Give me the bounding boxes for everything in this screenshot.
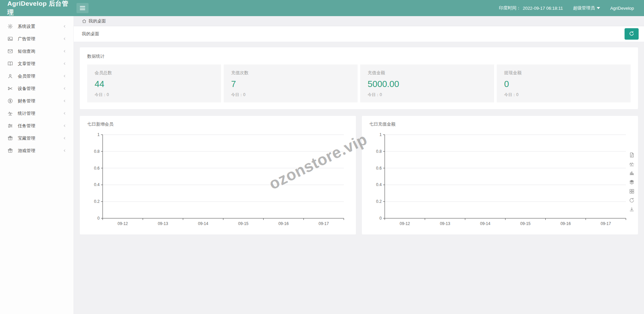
tasks-icon [7, 123, 13, 129]
line-switch-icon[interactable] [629, 161, 635, 167]
chart-card-new-members: 七日新增会员 00.20.40.60.8109-1209-1309-1409-1… [80, 116, 356, 234]
svg-text:0.6: 0.6 [94, 166, 100, 171]
chart-toolbox [629, 152, 635, 212]
svg-text:0.8: 0.8 [94, 149, 100, 154]
book-icon [7, 61, 13, 66]
bar-switch-icon[interactable] [629, 170, 635, 176]
svg-text:09-17: 09-17 [601, 221, 611, 226]
refresh-button[interactable] [625, 28, 639, 40]
tab-bar: 我的桌面 [74, 16, 644, 26]
username-link[interactable]: AgriDevelop [610, 6, 634, 11]
tiled-icon[interactable] [629, 188, 635, 194]
svg-text:1: 1 [97, 132, 100, 137]
sidebar-item-label: 统计管理 [18, 110, 62, 117]
sidebar-item-label: 财务管理 [18, 98, 62, 104]
svg-text:09-14: 09-14 [480, 221, 490, 226]
top-header: AgriDevelop 后台管理 印度时间：2022-09-17 06:18:1… [0, 0, 644, 16]
stats-section: 数据统计 会员总数 44 今日：0 充值次数 7 今日：0 充值金额 5000. [80, 47, 638, 109]
stat-value: 7 [231, 79, 350, 89]
sidebar-item-finance-management[interactable]: 财务管理 [0, 95, 73, 107]
stat-value: 44 [95, 79, 214, 89]
chevron-left-icon [62, 37, 67, 41]
role-dropdown[interactable]: 超级管理员 [573, 5, 600, 11]
sidebar-item-label: 游戏管理 [18, 148, 62, 154]
svg-text:0.4: 0.4 [376, 182, 382, 187]
sidebar-item-article-management[interactable]: 文章管理 [0, 57, 73, 70]
sidebar-item-sms-query[interactable]: 短信查询 [0, 45, 73, 57]
chevron-left-icon [62, 74, 67, 78]
svg-text:0: 0 [379, 216, 382, 221]
svg-text:0.2: 0.2 [376, 199, 382, 204]
chevron-left-icon [62, 99, 67, 103]
chart-card-recharge-amount: 七日充值金额 00.20.40.60.8109-1209-1309-1409-1… [362, 116, 638, 234]
stack-icon[interactable] [629, 179, 635, 185]
chevron-down-icon [597, 7, 600, 9]
svg-text:0.2: 0.2 [94, 199, 100, 204]
svg-text:09-13: 09-13 [158, 221, 168, 226]
stat-today: 今日：0 [368, 92, 487, 98]
stat-value: 5000.00 [368, 79, 487, 89]
role-label: 超级管理员 [573, 5, 595, 11]
server-time-value: 2022-09-17 06:18:11 [523, 6, 563, 11]
svg-text:09-17: 09-17 [319, 221, 329, 226]
sidebar-item-treasure-management[interactable]: 宝藏管理 [0, 132, 73, 144]
chevron-left-icon [62, 124, 67, 128]
treasure-icon [7, 135, 13, 141]
stat-label: 充值次数 [231, 70, 350, 76]
sidebar-item-system-settings[interactable]: 系统设置 [0, 20, 73, 33]
svg-text:0.8: 0.8 [376, 149, 382, 154]
sidebar-item-stats-management[interactable]: 统计管理 [0, 107, 73, 120]
chart-recharge-amount: 00.20.40.60.8109-1209-1309-1409-1509-160… [369, 131, 631, 230]
chevron-left-icon [62, 61, 67, 66]
stat-label: 会员总数 [95, 70, 214, 76]
restore-icon[interactable] [629, 197, 635, 203]
tab-label: 我的桌面 [89, 18, 106, 24]
stat-card-withdraw-amount: 提现金额 0 今日：0 [497, 64, 631, 102]
panel-header: 我的桌面 [74, 26, 644, 42]
chart-title: 七日新增会员 [87, 121, 349, 127]
sidebar-item-ad-management[interactable]: 广告管理 [0, 33, 73, 45]
stats-section-title: 数据统计 [87, 53, 631, 59]
device-icon [7, 86, 13, 91]
svg-text:09-16: 09-16 [278, 221, 289, 226]
stat-today: 今日：0 [504, 92, 623, 98]
game-icon [7, 148, 13, 153]
main-area: 我的桌面 我的桌面 数据统计 会员总数 44 今日：0 充值次数 [74, 16, 644, 314]
hamburger-menu-button[interactable] [76, 3, 89, 13]
sidebar-item-game-management[interactable]: 游戏管理 [0, 144, 73, 157]
finance-icon [7, 98, 13, 104]
sidebar-item-label: 宝藏管理 [18, 135, 62, 141]
stats-icon [7, 110, 13, 116]
chart-new-members: 00.20.40.60.8109-1209-1309-1409-1509-160… [87, 131, 349, 230]
save-image-icon[interactable] [629, 207, 635, 212]
sidebar-item-member-management[interactable]: 会员管理 [0, 70, 73, 82]
stat-value: 0 [504, 79, 623, 89]
app-title: AgriDevelop 后台管理 [0, 0, 74, 17]
sidebar-item-device-management[interactable]: 设备管理 [0, 82, 73, 95]
stat-today: 今日：0 [231, 92, 350, 98]
chevron-left-icon [62, 111, 67, 116]
chevron-left-icon [62, 148, 67, 153]
chevron-left-icon [62, 24, 67, 29]
svg-text:09-12: 09-12 [118, 221, 128, 226]
sidebar-item-label: 任务管理 [18, 123, 62, 129]
stat-card-recharge-count: 充值次数 7 今日：0 [224, 64, 358, 102]
data-view-icon[interactable] [629, 152, 635, 158]
user-icon [7, 73, 13, 79]
panel-title: 我的桌面 [82, 31, 99, 37]
svg-text:0.6: 0.6 [376, 166, 382, 171]
chevron-left-icon [62, 49, 67, 53]
stat-label: 充值金额 [368, 70, 487, 76]
sidebar-item-label: 会员管理 [18, 73, 62, 79]
sidebar-item-label: 文章管理 [18, 61, 62, 67]
server-time-label: 印度时间： [499, 5, 521, 11]
svg-text:09-15: 09-15 [238, 221, 249, 226]
image-icon [7, 36, 13, 42]
chevron-left-icon [62, 136, 67, 140]
stat-card-recharge-amount: 充值金额 5000.00 今日：0 [360, 64, 494, 102]
sidebar-item-task-management[interactable]: 任务管理 [0, 120, 73, 132]
stat-card-total-members: 会员总数 44 今日：0 [87, 64, 221, 102]
svg-text:0: 0 [97, 216, 100, 221]
tab-my-desktop[interactable]: 我的桌面 [74, 16, 112, 26]
svg-text:09-13: 09-13 [440, 221, 450, 226]
